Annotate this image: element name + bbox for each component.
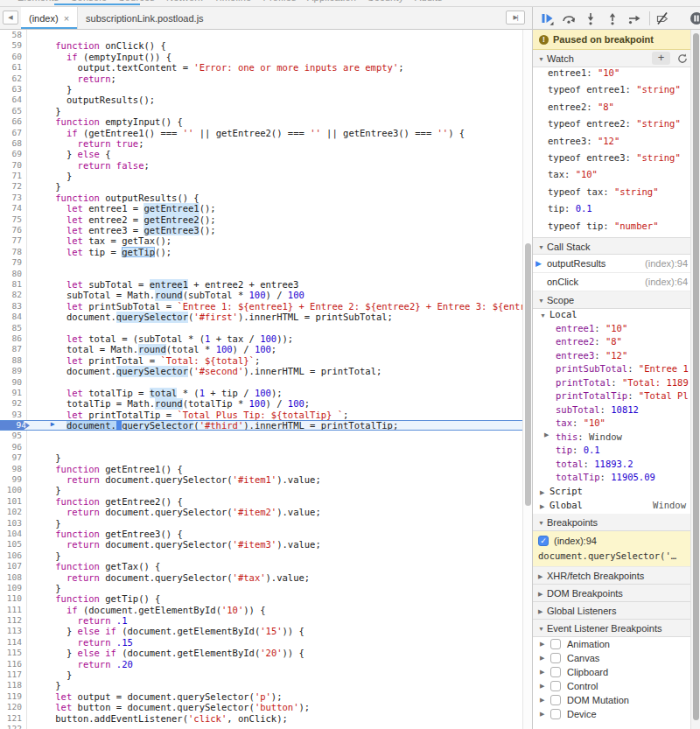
code-line-text[interactable]: function getEntree2() {	[33, 496, 522, 507]
breakpoints-section-header[interactable]: ▼Breakpoints	[533, 514, 700, 531]
code-line-text[interactable]: if (getEntree1() === '' || getEntree2() …	[33, 128, 522, 138]
line-number[interactable]: 93	[0, 410, 25, 420]
line-number[interactable]: 81	[0, 279, 25, 290]
code-line-text[interactable]: totalTip = Math.round(totalTip * 100) / …	[33, 398, 522, 409]
code-line-text[interactable]: let totalTip = total * (1 + tip / 100);	[33, 388, 522, 398]
code-line-text[interactable]: return false;	[33, 160, 522, 171]
event-category-checkbox[interactable]	[550, 653, 561, 663]
line-number[interactable]: 71	[0, 171, 25, 181]
scope-group-script[interactable]: ▶Script	[533, 486, 700, 500]
code-line-text[interactable]: return;	[33, 74, 522, 84]
scope-variable-row[interactable]: tip: 0.1	[533, 445, 700, 459]
line-number[interactable]: 86	[0, 333, 25, 344]
step-over-icon[interactable]	[562, 11, 576, 25]
code-line-text[interactable]: let entree2 = getEntree2();	[33, 214, 522, 225]
line-number[interactable]: 105	[0, 539, 25, 550]
watch-expression-row[interactable]: entree3: "12"	[533, 136, 700, 152]
line-number[interactable]: 88	[0, 355, 25, 366]
code-line-text[interactable]: return .1	[33, 615, 522, 626]
code-line-text[interactable]: function outputResults() {	[33, 193, 522, 203]
scope-group-global[interactable]: ▶GlobalWindow	[533, 500, 700, 514]
line-number[interactable]: 72	[0, 181, 25, 192]
code-line-text[interactable]: let tax = getTax();	[33, 235, 522, 246]
code-line-text[interactable]: }	[33, 485, 522, 495]
tab-nav-back-button[interactable]: ◀	[3, 11, 18, 25]
event-category-checkbox[interactable]	[550, 709, 561, 719]
code-line-text[interactable]: return true;	[33, 138, 522, 149]
event-category-checkbox[interactable]	[550, 695, 561, 705]
deactivate-breakpoints-icon[interactable]	[655, 11, 669, 25]
section-header-dom-breakpoints[interactable]: ▶DOM Breakpoints	[533, 585, 700, 602]
frame-location[interactable]: (index):64	[645, 273, 688, 291]
line-number[interactable]: 84	[0, 312, 25, 322]
code-line-text[interactable]: function getTax() {	[33, 561, 522, 571]
step-out-icon[interactable]	[606, 11, 620, 25]
line-number[interactable]: 101	[0, 496, 25, 507]
line-number[interactable]: 68	[0, 138, 25, 149]
line-number[interactable]: 83	[0, 301, 25, 312]
code-line-text[interactable]: document.querySelector('#second').innerH…	[33, 366, 522, 376]
breakpoint-entry[interactable]: ✓(index):94document.querySelector('…	[533, 531, 700, 567]
line-number[interactable]: 76	[0, 225, 25, 235]
line-number[interactable]: 62	[0, 74, 25, 84]
breakpoint-code-snippet[interactable]: document.querySelector('…	[538, 549, 695, 563]
event-listener-breakpoints-header[interactable]: ▼Event Listener Breakpoints	[533, 620, 700, 637]
code-line-text[interactable]: } else if (document.getElementById('15')…	[33, 626, 522, 636]
call-stack-frame[interactable]: ▶outputResults(index):94	[533, 255, 700, 273]
line-number[interactable]: 64	[0, 95, 25, 105]
line-number[interactable]: 79	[0, 257, 25, 268]
line-number[interactable]: 108	[0, 572, 25, 583]
line-number[interactable]: 113	[0, 626, 25, 636]
line-number[interactable]: 109	[0, 583, 25, 593]
event-category-row[interactable]: ▶DOM Mutation	[533, 693, 700, 707]
code-line-text[interactable]	[33, 269, 522, 279]
watch-expression-row[interactable]: typeof entree2: "string"	[533, 118, 700, 135]
editor-scrollbar-thumb[interactable]	[525, 243, 531, 506]
section-header-global-listeners[interactable]: ▶Global Listeners	[533, 602, 700, 620]
code-line-text[interactable]	[33, 257, 522, 268]
sidebar-scrollbar[interactable]	[690, 30, 700, 729]
code-line-text[interactable]: }	[33, 583, 522, 593]
line-number[interactable]: 118	[0, 680, 25, 690]
resume-icon[interactable]	[540, 11, 554, 25]
line-number[interactable]: 115	[0, 648, 25, 658]
code-line-text[interactable]: return document.querySelector('#item1').…	[33, 474, 522, 485]
line-number[interactable]: 78	[0, 247, 25, 257]
code-line-text[interactable]: }	[33, 669, 522, 680]
code-line-text[interactable]: }	[33, 550, 522, 561]
event-category-row[interactable]: ▶Device	[533, 707, 700, 721]
code-line-text[interactable]	[33, 442, 522, 452]
line-number[interactable]: 96	[0, 442, 25, 452]
breakpoint-checkbox[interactable]: ✓	[538, 536, 549, 546]
line-number[interactable]: 67	[0, 128, 25, 138]
code-line-text[interactable]: subTotal = Math.round(subTotal * 100) / …	[33, 290, 522, 300]
call-stack-section-header[interactable]: ▼Call Stack	[533, 237, 700, 255]
scope-group-local[interactable]: ▼Local	[533, 309, 700, 323]
tab-index[interactable]: (index) ×	[21, 7, 78, 29]
code-line-text[interactable]: let printTotalTip = `Total Plus Tip: ${t…	[33, 410, 522, 420]
code-line-text[interactable]: } else {	[33, 149, 522, 159]
line-number[interactable]: 63	[0, 84, 25, 95]
line-number[interactable]: 80	[0, 269, 25, 279]
line-number[interactable]: 73	[0, 193, 25, 203]
code-line-text[interactable]: if (document.getElementById('10')) {	[33, 605, 522, 615]
code-line-text[interactable]: function emptyInput() {	[33, 116, 522, 127]
code-line-text[interactable]: }	[33, 171, 522, 181]
watch-expression-row[interactable]: typeof entree3: "string"	[533, 152, 700, 169]
code-line-text[interactable]: let printTotal = `Total: ${total}`;	[33, 355, 522, 366]
code-line-text[interactable]: return document.querySelector('#item2').…	[33, 507, 522, 517]
line-number[interactable]: 107	[0, 561, 25, 571]
line-number[interactable]: 65	[0, 106, 25, 116]
line-number[interactable]: 97	[0, 452, 25, 463]
line-number[interactable]: 117	[0, 669, 25, 680]
close-icon[interactable]: ×	[64, 13, 69, 24]
line-number[interactable]: 75	[0, 214, 25, 225]
line-number[interactable]: 110	[0, 593, 25, 604]
refresh-icon[interactable]	[677, 53, 688, 64]
line-number[interactable]: 111	[0, 605, 25, 615]
line-number[interactable]: 61	[0, 62, 25, 73]
code-line-text[interactable]: output.textContent = 'Error: one or more…	[33, 62, 522, 73]
code-line-text[interactable]: let output = document.querySelector('p')…	[33, 691, 522, 702]
section-header-xhr-fetch-breakpoints[interactable]: ▶XHR/fetch Breakpoints	[533, 567, 700, 585]
code-line-text[interactable]: }	[33, 181, 522, 192]
